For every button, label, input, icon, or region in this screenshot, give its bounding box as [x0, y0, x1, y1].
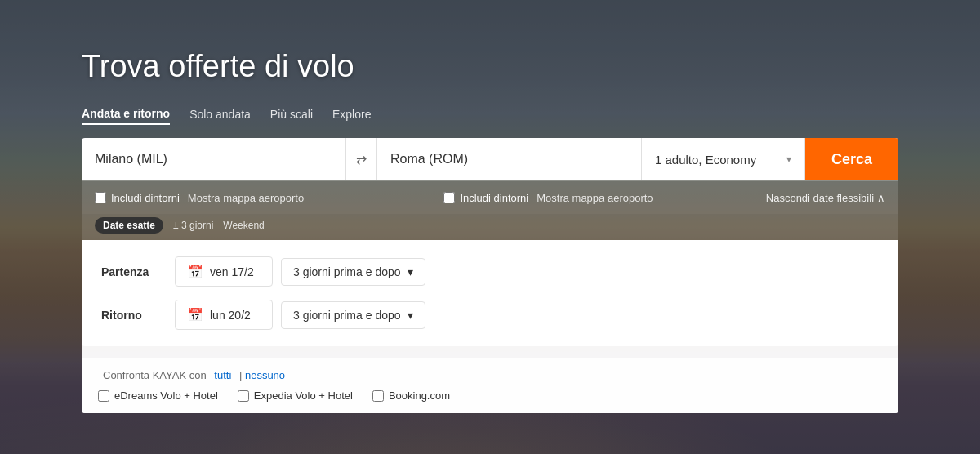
- return-calendar-icon: 📅: [187, 307, 203, 323]
- compare-booking-checkbox[interactable]: [372, 390, 384, 402]
- departure-range-value: 3 giorni prima e dopo: [293, 265, 401, 278]
- tab-explore[interactable]: Explore: [332, 108, 371, 124]
- return-label: Ritorno: [101, 309, 175, 322]
- return-range-select[interactable]: 3 giorni prima e dopo ▾: [281, 301, 425, 329]
- bottom-panel: Partenza 📅 ven 17/2 3 giorni prima e dop…: [82, 240, 898, 413]
- compare-pipe: |: [239, 369, 245, 381]
- compare-expedia-checkbox[interactable]: [238, 390, 249, 402]
- compare-all-link[interactable]: tutti: [214, 369, 231, 381]
- hide-flexible-dates-text: Nascondi date flessibili: [766, 192, 874, 204]
- return-range-value: 3 giorni prima e dopo: [293, 309, 401, 322]
- page-title: Trova offerte di volo: [82, 49, 898, 84]
- destination-field[interactable]: Roma (ROM): [377, 138, 642, 180]
- include-nearby-origin-text: Includi dintorni: [111, 192, 180, 204]
- date-filter-plus3[interactable]: ± 3 giorni: [173, 220, 213, 231]
- return-date-button[interactable]: 📅 lun 20/2: [175, 300, 273, 330]
- date-filter-bar: Date esatte ± 3 giorni Weekend: [82, 214, 898, 240]
- swap-button[interactable]: ⇄: [346, 138, 377, 180]
- search-wrapper: Milano (MIL) ⇄ Roma (ROM) 1 adulto, Econ…: [82, 138, 898, 413]
- flight-type-tabs: Andata e ritorno Solo andata Più scali E…: [82, 107, 898, 125]
- compare-title: Confronta KAYAK con tutti | nessuno: [98, 369, 882, 381]
- main-content: Trova offerte di volo Andata e ritorno S…: [0, 0, 980, 413]
- compare-none-link[interactable]: nessuno: [245, 369, 285, 381]
- passengers-chevron-icon: ▾: [786, 154, 791, 165]
- options-bar: Includi dintorni Mostra mappa aeroporto …: [82, 180, 898, 214]
- compare-booking-label: Booking.com: [389, 389, 450, 402]
- tab-multicity[interactable]: Più scali: [270, 108, 313, 124]
- compare-expedia-label: Expedia Volo + Hotel: [254, 389, 353, 402]
- compare-expedia[interactable]: Expedia Volo + Hotel: [238, 389, 353, 402]
- date-filter-weekend[interactable]: Weekend: [223, 220, 264, 231]
- origin-value: Milano (MIL): [95, 152, 167, 167]
- departure-row: Partenza 📅 ven 17/2 3 giorni prima e dop…: [101, 256, 879, 287]
- origin-field[interactable]: Milano (MIL): [82, 138, 346, 180]
- compare-edreams-checkbox[interactable]: [98, 390, 109, 402]
- destination-value: Roma (ROM): [390, 152, 468, 167]
- options-divider: [430, 188, 430, 207]
- compare-edreams[interactable]: eDreams Volo + Hotel: [98, 389, 218, 402]
- show-map-dest-link[interactable]: Mostra mappa aeroporto: [537, 192, 653, 204]
- departure-date-value: ven 17/2: [210, 265, 254, 278]
- include-nearby-origin-label[interactable]: Includi dintorni: [95, 192, 180, 204]
- hide-flexible-dates-button[interactable]: Nascondi date flessibili ∧: [766, 192, 885, 204]
- compare-title-text: Confronta KAYAK con: [103, 369, 207, 381]
- include-nearby-dest-text: Includi dintorni: [460, 192, 528, 204]
- dest-options: Includi dintorni Mostra mappa aeroporto: [443, 192, 765, 204]
- search-bar: Milano (MIL) ⇄ Roma (ROM) 1 adulto, Econ…: [82, 138, 898, 180]
- chevron-up-icon: ∧: [877, 192, 885, 204]
- flexible-dates-panel: Partenza 📅 ven 17/2 3 giorni prima e dop…: [82, 240, 898, 346]
- passengers-field[interactable]: 1 adulto, Economy ▾: [642, 138, 805, 180]
- include-nearby-dest-label[interactable]: Includi dintorni: [443, 192, 528, 204]
- tab-oneway[interactable]: Solo andata: [189, 108, 251, 124]
- return-range-chevron-icon: ▾: [408, 309, 413, 322]
- departure-range-select[interactable]: 3 giorni prima e dopo ▾: [281, 258, 425, 286]
- tab-roundtrip[interactable]: Andata e ritorno: [82, 107, 170, 125]
- departure-calendar-icon: 📅: [187, 264, 203, 279]
- compare-section: Confronta KAYAK con tutti | nessuno eDre…: [82, 358, 898, 413]
- compare-edreams-label: eDreams Volo + Hotel: [114, 389, 218, 402]
- passengers-value: 1 adulto, Economy: [655, 153, 756, 167]
- departure-label: Partenza: [101, 265, 175, 278]
- search-button[interactable]: Cerca: [805, 138, 898, 180]
- compare-booking[interactable]: Booking.com: [372, 389, 450, 402]
- show-map-origin-link[interactable]: Mostra mappa aeroporto: [188, 192, 304, 204]
- include-nearby-origin-checkbox[interactable]: [95, 192, 106, 203]
- date-filter-exact[interactable]: Date esatte: [95, 217, 163, 234]
- return-date-value: lun 20/2: [210, 309, 251, 322]
- origin-options: Includi dintorni Mostra mappa aeroporto: [95, 192, 416, 204]
- return-row: Ritorno 📅 lun 20/2 3 giorni prima e dopo…: [101, 300, 879, 330]
- compare-options: eDreams Volo + Hotel Expedia Volo + Hote…: [98, 389, 882, 402]
- include-nearby-dest-checkbox[interactable]: [443, 192, 455, 203]
- departure-range-chevron-icon: ▾: [408, 265, 413, 278]
- departure-date-button[interactable]: 📅 ven 17/2: [175, 256, 273, 287]
